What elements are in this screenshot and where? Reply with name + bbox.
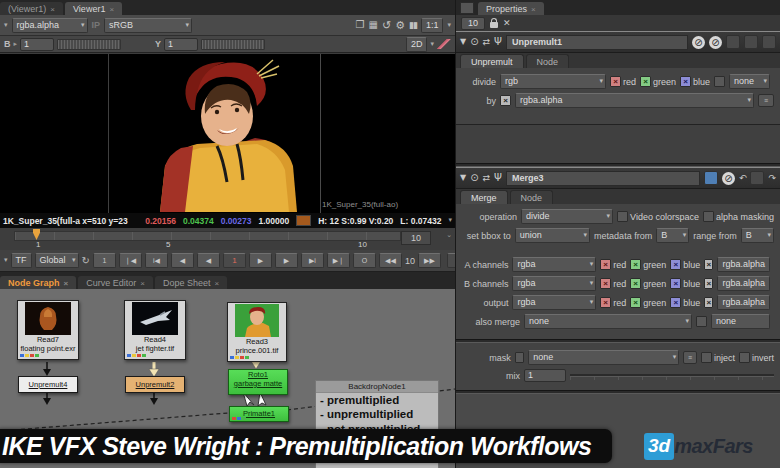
redo-icon[interactable]: ↷ (768, 174, 776, 183)
picker-icon[interactable]: Ψ (494, 37, 502, 47)
red-channel-checkbox[interactable]: ×red (600, 278, 626, 289)
gear-icon[interactable]: ⚙ (395, 20, 405, 31)
red-channel-checkbox[interactable]: ×red (600, 259, 626, 270)
lock-icon[interactable] (490, 22, 498, 28)
zoom-ratio-dropdown[interactable]: 1:1 (421, 18, 444, 33)
also-merge-checkbox[interactable]: × (696, 316, 707, 327)
timeline[interactable]: 1 5 10 10 ⌄ (0, 228, 455, 251)
play-forward-button[interactable]: ▶ (249, 253, 272, 268)
green-channel-checkbox[interactable]: ×green (640, 76, 676, 87)
metadata-dropdown[interactable]: B (656, 228, 689, 243)
mask-dropdown[interactable]: none (528, 350, 679, 365)
alpha-channel-checkbox[interactable]: × (704, 259, 713, 270)
gamma-slider[interactable] (201, 39, 265, 50)
fps-up-button[interactable]: ▶▶ (418, 253, 441, 268)
viewer-image-area[interactable]: 1K_Super_35(full-ao) (0, 54, 455, 213)
center-node-icon[interactable]: ⊙ (470, 37, 478, 47)
current-frame-field[interactable]: 1 (223, 253, 246, 268)
collapse-icon[interactable]: ⌄ (446, 232, 452, 239)
node-unpremult2[interactable]: Unpremult2 (125, 376, 185, 393)
alpha-channel-checkbox[interactable]: × (704, 278, 713, 289)
mix-input[interactable]: 1 (524, 369, 566, 382)
video-colorspace-checkbox[interactable]: ×Video colorspace (617, 211, 699, 222)
tab-node[interactable]: Node (526, 54, 570, 68)
picker-icon[interactable]: Ψ (494, 173, 502, 183)
panel-button[interactable] (726, 35, 740, 49)
by-alpha-checkbox[interactable]: × (500, 95, 511, 106)
clear-all-panels-icon[interactable]: ✕ (503, 18, 511, 28)
divide-extra-dropdown[interactable]: none (729, 74, 770, 89)
chevron-down-icon[interactable]: ▾ (447, 22, 451, 29)
link-icon[interactable]: ⇄ (483, 38, 491, 47)
green-channel-checkbox[interactable]: ×green (630, 297, 666, 308)
mask-menu-button[interactable]: ≡ (683, 351, 697, 364)
panel-button-active[interactable] (704, 171, 718, 185)
close-icon[interactable]: × (531, 5, 536, 14)
divide-channels-dropdown[interactable]: rgb (500, 74, 606, 89)
by-channel-dropdown[interactable]: rgba.alpha (515, 93, 754, 108)
range-dropdown[interactable]: B (741, 228, 774, 243)
red-channel-checkbox[interactable]: ×red (600, 297, 626, 308)
collapse-triangle-icon[interactable]: ▼ (460, 38, 466, 46)
step-forward-button[interactable]: ▶ (275, 253, 298, 268)
panel-button[interactable] (744, 35, 758, 49)
frame-one-button[interactable]: 1 (93, 253, 116, 268)
node-roto1-garbage-matte[interactable]: Roto1 garbage matte (228, 369, 288, 395)
blue-channel-checkbox[interactable]: ×blue (670, 259, 700, 270)
close-icon[interactable]: × (214, 279, 219, 288)
step-back-button[interactable]: ◀ (171, 253, 194, 268)
frame-range-dropdown[interactable]: Global (35, 253, 79, 268)
mask-checkbox[interactable]: × (515, 352, 525, 363)
refresh-icon[interactable]: ↺ (382, 20, 391, 31)
max-panels-input[interactable]: 10 (461, 17, 485, 30)
gamma-input[interactable]: 1 (164, 38, 198, 51)
next-keyframe-button[interactable]: ▶i (301, 253, 324, 268)
gain-slider[interactable] (57, 39, 121, 50)
tab-curve-editor[interactable]: Curve Editor × (78, 276, 153, 289)
node-primatte1[interactable]: Primatte1 (229, 406, 289, 422)
node-unpremult4[interactable]: Unpremult4 (18, 376, 78, 393)
output-alpha-dropdown[interactable]: rgba.alpha (717, 295, 770, 310)
mix-slider[interactable] (570, 374, 774, 377)
tab-node[interactable]: Node (510, 190, 554, 204)
timeline-range-end-input[interactable]: 10 (401, 231, 431, 245)
red-channel-checkbox[interactable]: ×red (610, 76, 636, 87)
tab-node-graph[interactable]: Node Graph × (0, 276, 76, 289)
wipe-tool-icon[interactable] (437, 39, 451, 49)
bbox-dropdown[interactable]: union (515, 228, 590, 243)
colorspace-dropdown[interactable]: sRGB (104, 18, 192, 33)
chevron-down-icon[interactable]: ▾ (430, 41, 434, 48)
green-channel-checkbox[interactable]: ×green (630, 259, 666, 270)
timeline-mode-dropdown[interactable]: TF (11, 253, 32, 268)
b-channels-dropdown[interactable]: rgba (512, 276, 596, 291)
tab-properties[interactable]: Properties × (478, 2, 544, 15)
a-alpha-dropdown[interactable]: rgba.alpha (717, 257, 770, 272)
grid-icon[interactable]: ▦ (369, 20, 378, 30)
blue-channel-checkbox[interactable]: ×blue (680, 76, 710, 87)
disable-node-icon[interactable]: ⊘ (692, 36, 705, 49)
play-backward-button[interactable]: ◀ (197, 253, 220, 268)
link-icon[interactable]: ⇄ (483, 174, 491, 183)
view-mode-dropdown[interactable]: 2D (406, 37, 428, 52)
center-node-icon[interactable]: ⊙ (470, 173, 478, 183)
tab-unpremult[interactable]: Unpremult (460, 54, 524, 68)
node-title-field[interactable]: Unpremult1 (506, 35, 688, 50)
close-icon[interactable]: × (109, 5, 114, 14)
arrow-right-icon[interactable]: ▸ (14, 41, 18, 48)
invert-checkbox[interactable]: ×invert (739, 352, 774, 363)
node-read7[interactable]: Read7 floating point.exr (17, 300, 79, 360)
channel-menu-button[interactable]: ≡ (758, 94, 774, 107)
disable-node-icon[interactable]: ⊘ (722, 172, 735, 185)
viewer-tab-active[interactable]: Viewer1 × (65, 2, 122, 15)
node-title-field[interactable]: Merge3 (506, 171, 700, 186)
close-icon[interactable]: × (140, 279, 145, 288)
blue-channel-checkbox[interactable]: ×blue (670, 278, 700, 289)
chevron-down-icon[interactable]: ▾ (448, 217, 452, 224)
channel-dropdown[interactable]: rgba.alpha (12, 18, 88, 33)
backdrop-title[interactable]: BackdropNode1 (316, 381, 438, 393)
fps-down-button[interactable]: ◀◀ (379, 253, 402, 268)
goto-end-button[interactable]: ▶❘ (327, 253, 350, 268)
also-merge-channel-dropdown[interactable]: none (711, 314, 770, 329)
close-icon[interactable]: × (50, 5, 55, 14)
undo-icon[interactable]: ↶ (739, 174, 747, 183)
